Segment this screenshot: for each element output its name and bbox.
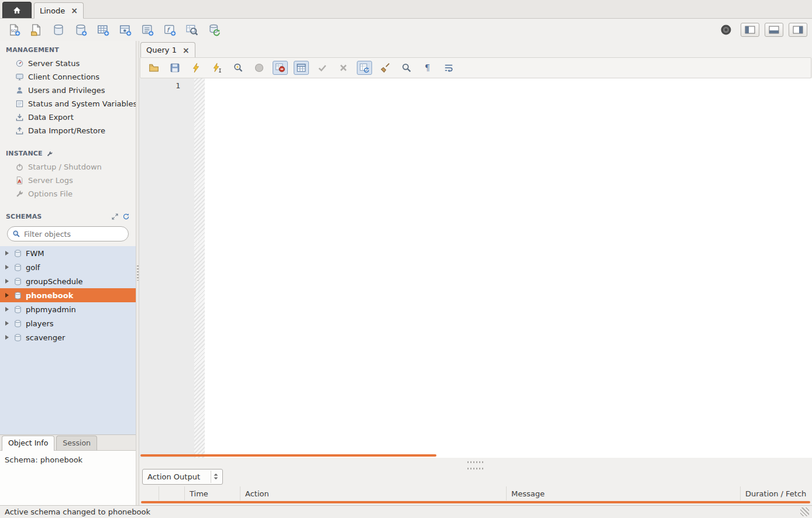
- beautify-button[interactable]: [378, 61, 393, 75]
- search-table-data-button[interactable]: [183, 22, 201, 38]
- invisible-characters-toggle[interactable]: ¶: [420, 61, 435, 75]
- toggle-right-sidebar-button[interactable]: [789, 23, 807, 37]
- rollback-button[interactable]: [336, 61, 351, 75]
- limit-rows-toggle[interactable]: [294, 61, 309, 75]
- new-procedure-icon: [141, 23, 154, 36]
- home-tab[interactable]: [2, 2, 32, 18]
- editor-horizontal-scrollbar[interactable]: [140, 454, 436, 457]
- output-horizontal-scrollbar[interactable]: [141, 501, 810, 503]
- info-tab-bar: Object Info Session: [0, 434, 136, 450]
- expander-icon[interactable]: [4, 250, 10, 256]
- tab-label: Session: [63, 438, 91, 447]
- expander-icon[interactable]: [4, 264, 10, 270]
- broom-icon: [380, 63, 391, 73]
- expander-icon[interactable]: [4, 306, 10, 312]
- schema-row-scavenger[interactable]: scavenger: [0, 330, 136, 344]
- connection-tab[interactable]: Linode ×: [34, 2, 84, 19]
- sidebar-item-server-logs[interactable]: A Server Logs: [0, 174, 136, 187]
- sidebar-item-server-status[interactable]: Server Status: [0, 57, 136, 70]
- output-view-select[interactable]: Action Output: [142, 469, 223, 485]
- save-script-button[interactable]: [167, 61, 183, 75]
- commit-check-icon: [317, 63, 328, 73]
- wrap-text-toggle[interactable]: [441, 61, 456, 75]
- tab-query-1[interactable]: Query 1 ×: [140, 42, 195, 57]
- schema-icon: [13, 305, 22, 314]
- sidebar-item-startup-shutdown[interactable]: Startup / Shutdown: [0, 160, 136, 174]
- execute-statement-button[interactable]: [188, 61, 204, 75]
- schema-filter: [7, 226, 129, 241]
- wrench-icon: [46, 150, 53, 157]
- stop-on-error-toggle[interactable]: [273, 61, 288, 75]
- combo-stepper-icon[interactable]: [211, 471, 221, 483]
- toggle-left-sidebar-button[interactable]: [741, 23, 759, 37]
- reconnect-dbms-button[interactable]: [205, 22, 223, 38]
- new-table-button[interactable]: [94, 22, 112, 38]
- expand-schemas-icon[interactable]: [111, 213, 119, 220]
- output-header-action: Action: [240, 486, 507, 500]
- sidebar-item-data-export[interactable]: Data Export: [0, 110, 136, 124]
- stop-on-error-icon: [275, 63, 285, 73]
- find-button[interactable]: [399, 61, 414, 75]
- filter-objects-input[interactable]: [24, 230, 123, 239]
- explain-button[interactable]: [230, 61, 246, 75]
- new-sql-tab-button[interactable]: SQL: [5, 22, 23, 38]
- server-status-icon: [15, 59, 24, 68]
- sidebar-item-label: Server Logs: [28, 176, 73, 185]
- sidebar-item-label: Users and Privileges: [28, 86, 105, 95]
- schema-row-players[interactable]: players: [0, 316, 136, 330]
- expander-icon[interactable]: [4, 278, 10, 284]
- expander-icon[interactable]: [4, 292, 10, 298]
- rollback-x-icon: [338, 63, 349, 73]
- sidebar-item-label: Client Connections: [28, 72, 99, 81]
- output-header-time: Time: [185, 486, 240, 500]
- open-script-button[interactable]: [146, 61, 161, 75]
- status-bar: Active schema changed to phonebook: [0, 505, 812, 518]
- sql-editor[interactable]: 1: [139, 78, 812, 458]
- activity-indicator: [717, 22, 735, 38]
- schema-row-groupschedule[interactable]: groupSchedule: [0, 274, 136, 288]
- sidebar-item-client-connections[interactable]: Client Connections: [0, 70, 136, 84]
- close-icon[interactable]: ×: [183, 46, 190, 54]
- expander-icon[interactable]: [4, 320, 10, 326]
- instance-title-label: INSTANCE: [6, 150, 43, 157]
- new-connection-button[interactable]: [49, 22, 68, 38]
- schema-row-golf[interactable]: golf: [0, 260, 136, 274]
- line-number: 1: [176, 81, 180, 90]
- sidebar-item-users-privileges[interactable]: Users and Privileges: [0, 84, 136, 97]
- schema-row-phonebook[interactable]: phonebook: [0, 288, 136, 302]
- new-schema-icon: [74, 23, 87, 36]
- autocommit-icon: [359, 63, 370, 73]
- sidebar-item-status-variables[interactable]: Status and System Variables: [0, 97, 136, 110]
- schema-label: phpmyadmin: [26, 305, 76, 314]
- new-procedure-button[interactable]: [138, 22, 157, 38]
- stop-button[interactable]: [252, 61, 267, 75]
- connection-tab-label: Linode: [40, 6, 65, 15]
- open-sql-script-button[interactable]: [27, 22, 46, 38]
- close-icon[interactable]: ×: [71, 6, 78, 15]
- commit-button[interactable]: [315, 61, 330, 75]
- code-area[interactable]: [205, 78, 812, 458]
- schema-row-phpmyadmin[interactable]: phpmyadmin: [0, 302, 136, 316]
- toggle-bottom-panel-button[interactable]: [765, 23, 783, 37]
- new-function-button[interactable]: f: [160, 22, 179, 38]
- output-splitter[interactable]: [139, 458, 812, 467]
- sidebar-item-label: Status and System Variables: [28, 99, 136, 108]
- sidebar-item-data-import[interactable]: Data Import/Restore: [0, 124, 136, 137]
- tab-session[interactable]: Session: [56, 436, 97, 450]
- resize-grip-icon[interactable]: [800, 507, 809, 516]
- tab-object-info[interactable]: Object Info: [2, 436, 54, 451]
- object-info-text: Schema: phonebook: [5, 455, 82, 464]
- home-icon: [12, 6, 22, 15]
- content-area: MANAGEMENT Server Status Client Connecti…: [0, 41, 812, 505]
- new-schema-button[interactable]: [71, 22, 90, 38]
- search-icon: [12, 230, 20, 238]
- sidebar-item-options-file[interactable]: Options File: [0, 187, 136, 201]
- new-view-button[interactable]: [116, 22, 135, 38]
- expander-icon[interactable]: [4, 334, 10, 340]
- navigator-sidebar: MANAGEMENT Server Status Client Connecti…: [0, 41, 136, 505]
- refresh-schemas-icon[interactable]: [122, 213, 130, 220]
- execute-current-button[interactable]: [209, 61, 225, 75]
- svg-text:¶: ¶: [425, 63, 430, 72]
- schema-row-fwm[interactable]: FWM: [0, 246, 136, 260]
- autocommit-toggle[interactable]: [357, 61, 372, 75]
